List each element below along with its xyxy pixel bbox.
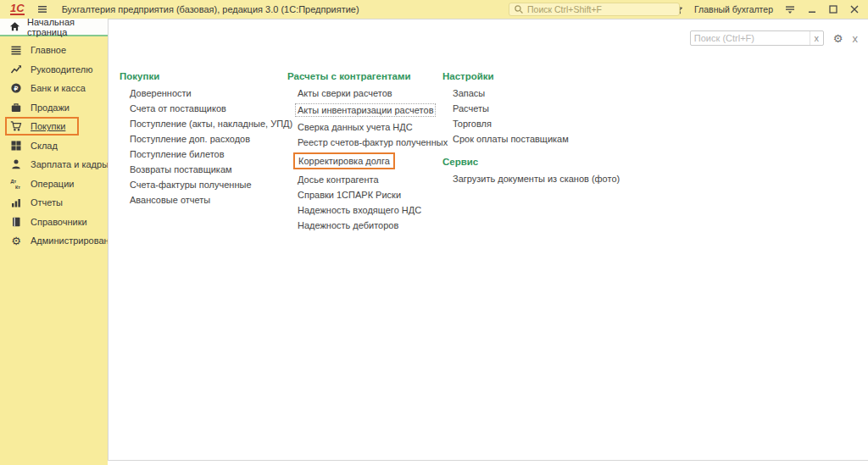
menu-link-sverka-dannyh-ucheta-nds[interactable]: Сверка данных учета НДС (298, 122, 413, 132)
gear-icon: ⚙ (9, 235, 23, 246)
section-raschety-s-kontragentami: Расчеты с контрагентами Акты сверки расч… (287, 71, 442, 230)
sidebar-item-label: Отчеты (31, 197, 63, 208)
sidebar-item-otchety[interactable]: Отчеты (0, 193, 108, 213)
section-title: Настройки (442, 71, 620, 81)
menu-link-nadezhnost-vhodyashchego-nds[interactable]: Надежность входящего НДС (298, 205, 421, 215)
menu-link-nadezhnost-debitorov[interactable]: Надежность дебиторов (298, 220, 398, 230)
clear-search-icon[interactable]: x (810, 31, 823, 45)
book-icon (9, 216, 23, 228)
section-title: Покупки (120, 71, 287, 81)
column-pokupki: Покупки Доверенности Счета от поставщико… (120, 71, 287, 235)
sidebar: Начальная страница Главное Руководителю (0, 19, 108, 465)
menu-link-akty-sverki-raschetov[interactable]: Акты сверки расчетов (298, 88, 392, 98)
app-window: 1С Бухгалтерия предприятия (базовая), ре… (0, 0, 868, 465)
restore-button[interactable] (828, 4, 838, 14)
sidebar-item-prodazhi[interactable]: Продажи (0, 98, 108, 118)
sidebar-item-label: Руководителю (31, 64, 92, 75)
menu-link-reestr-schetov-faktur-poluchennyh[interactable]: Реестр счетов-фактур полученных (298, 137, 448, 147)
panel-search-input[interactable] (691, 32, 810, 44)
sidebar-item-sklad[interactable]: Склад (0, 136, 108, 156)
menu-columns: Покупки Доверенности Счета от поставщико… (120, 71, 620, 235)
menu-link-avansovye-otchety[interactable]: Авансовые отчеты (130, 195, 210, 205)
current-user-menu[interactable]: Главный бухгалтер (694, 4, 773, 14)
section-links: Акты сверки расчетов Акты инвентаризации… (287, 88, 442, 230)
sidebar-item-bank-i-kassa[interactable]: ₽ Банк и касса (0, 79, 108, 98)
svg-text:₽: ₽ (14, 85, 19, 92)
menu-link-doverennosti[interactable]: Доверенности (130, 88, 192, 98)
1c-logo: 1С (10, 3, 25, 15)
global-search-input[interactable]: Поиск Ctrl+Shift+F (509, 3, 680, 16)
panel-search-box: x (690, 30, 824, 46)
hamburger-menu-icon[interactable] (36, 3, 48, 15)
sidebar-item-label: Банк и касса (31, 83, 86, 93)
sidebar-item-label: Продажи (31, 102, 70, 113)
barchart-icon (9, 197, 23, 208)
column-nastroyki-servis: Настройки Запасы Расчеты Торговля Срок о… (442, 71, 620, 235)
section-pokupki: Покупки Доверенности Счета от поставщико… (120, 71, 287, 205)
menu-link-scheta-ot-postavshchikov[interactable]: Счета от поставщиков (130, 103, 226, 113)
service-menu-icon[interactable] (784, 3, 796, 15)
sidebar-item-label: Справочники (31, 217, 87, 227)
sidebar-item-operacii[interactable]: ДтКт Операции (0, 174, 108, 194)
svg-text:Кт: Кт (15, 184, 20, 189)
close-button[interactable] (849, 4, 860, 14)
person-icon (9, 158, 23, 170)
sidebar-item-label: Склад (31, 141, 58, 151)
sidebar-item-label: Зарплата и кадры (31, 159, 108, 169)
menu-link-raschety[interactable]: Расчеты (453, 103, 489, 113)
panel-settings-gear-icon[interactable]: ⚙ (833, 33, 843, 44)
section-title: Сервис (442, 157, 620, 167)
section-links: Запасы Расчеты Торговля Срок оплаты пост… (442, 88, 620, 144)
grid-icon (9, 140, 23, 152)
sidebar-nav: Главное Руководителю ₽ Банк и касса (0, 36, 108, 251)
sidebar-item-spravochniki[interactable]: Справочники (0, 213, 108, 232)
sidebar-item-administrirovanie[interactable]: ⚙ Администрирование (0, 231, 108, 251)
main-panel: x ⚙ x Покупки Доверенности Счета от пост… (108, 19, 868, 461)
sidebar-item-label: Администрирование (31, 235, 120, 246)
section-nastroyki: Настройки Запасы Расчеты Торговля Срок о… (442, 71, 620, 144)
menu-icon (9, 44, 23, 56)
dtkt-icon: ДтКт (9, 178, 23, 190)
bank-icon: ₽ (9, 82, 23, 94)
sidebar-item-label: Главное (31, 45, 66, 55)
section-links: Доверенности Счета от поставщиков Поступ… (120, 88, 287, 205)
menu-link-korrektirovka-dolga[interactable]: Корректировка долга (293, 152, 395, 169)
menu-link-zagruzit-dokumenty-iz-skanov[interactable]: Загрузить документы из сканов (фото) (453, 174, 620, 184)
column-raschety: Расчеты с контрагентами Акты сверки расч… (287, 71, 442, 235)
window-body: Начальная страница Главное Руководителю (0, 19, 868, 465)
briefcase-icon (9, 102, 23, 113)
panel-search-area: x ⚙ x (690, 30, 858, 46)
cart-icon (9, 120, 23, 132)
menu-link-torgovlya[interactable]: Торговля (453, 119, 492, 129)
pokupki-highlight-box: Покупки (5, 117, 79, 136)
trend-icon (9, 64, 23, 75)
menu-link-akty-inventarizacii-raschetov[interactable]: Акты инвентаризации расчетов (295, 103, 436, 117)
section-links: Загрузить документы из сканов (фото) (442, 174, 620, 184)
global-search-placeholder: Поиск Ctrl+Shift+F (527, 4, 602, 14)
menu-link-postuplenie-akty-nakladnye-upd[interactable]: Поступление (акты, накладные, УПД) (130, 119, 292, 129)
home-tab-label: Начальная страница (27, 17, 108, 37)
menu-link-zapasy[interactable]: Запасы (453, 88, 485, 98)
section-title: Расчеты с контрагентами (287, 71, 442, 81)
sidebar-item-glavnoe[interactable]: Главное (0, 41, 108, 60)
menu-link-vozvraty-postavshchikam[interactable]: Возвраты поставщикам (130, 164, 232, 174)
menu-link-dosie-kontragenta[interactable]: Досье контрагента (298, 174, 379, 185)
title-bar: 1С Бухгалтерия предприятия (базовая), ре… (0, 0, 868, 19)
section-servis: Сервис Загрузить документы из сканов (фо… (442, 157, 620, 184)
home-icon (8, 21, 21, 32)
panel-close-icon[interactable]: x (853, 32, 859, 45)
menu-link-srok-oplaty-postavshchikam[interactable]: Срок оплаты поставщикам (453, 134, 569, 144)
menu-link-postuplenie-dop-rashodov[interactable]: Поступление доп. расходов (130, 134, 250, 144)
minimize-button[interactable] (807, 4, 817, 14)
menu-link-spravki-1spark-riski[interactable]: Справки 1СПАРК Риски (298, 190, 401, 200)
svg-text:Дт: Дт (11, 179, 17, 184)
search-icon (514, 4, 524, 14)
sidebar-item-rukovoditelyu[interactable]: Руководителю (0, 60, 108, 80)
menu-link-postuplenie-biletov[interactable]: Поступление билетов (130, 149, 225, 159)
home-page-tab[interactable]: Начальная страница (0, 19, 108, 36)
window-title: Бухгалтерия предприятия (базовая), редак… (62, 4, 359, 14)
menu-link-scheta-faktury-poluchennye[interactable]: Счета-фактуры полученные (130, 180, 252, 190)
sidebar-item-zarplata-i-kadry[interactable]: Зарплата и кадры (0, 155, 108, 174)
sidebar-item-label: Операции (31, 179, 74, 189)
sidebar-item-pokupki[interactable]: Покупки (0, 117, 108, 136)
